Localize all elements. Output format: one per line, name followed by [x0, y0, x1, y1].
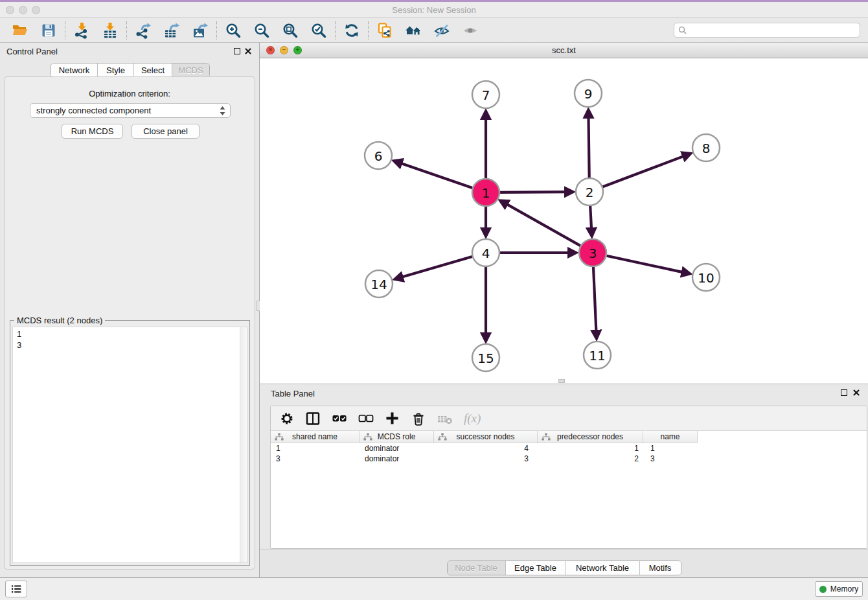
zoom-in-button[interactable] [223, 20, 243, 41]
eye-icon [462, 22, 479, 39]
export-image-button[interactable] [190, 20, 210, 41]
edge-3-to-10[interactable] [607, 256, 687, 273]
edge-1-to-2[interactable] [500, 192, 570, 192]
column-label: shared name [292, 432, 337, 441]
column-header-successor-nodes[interactable]: successor nodes [434, 431, 538, 443]
delete-table-icon [437, 411, 453, 426]
cell-mcds-role: dominator [360, 443, 434, 454]
search-input[interactable] [689, 26, 856, 35]
float-panel-icon[interactable] [234, 48, 240, 54]
run-mcds-button[interactable]: Run MCDS [62, 124, 123, 139]
result-line: 1 [13, 327, 247, 340]
delete-column-button[interactable] [411, 409, 426, 428]
zoom-out-button[interactable] [252, 20, 271, 41]
import-table-button[interactable] [100, 20, 120, 41]
network-view: 7968124314101511 [260, 58, 868, 384]
table-panel: Table Panel [260, 384, 868, 577]
tab-style[interactable]: Style [98, 63, 134, 77]
export-network-button[interactable] [133, 20, 153, 41]
edge-3-to-11[interactable] [593, 267, 597, 336]
tab-select[interactable]: Select [134, 63, 172, 77]
criterion-select[interactable]: strongly connected component [30, 103, 231, 118]
control-panel: Control Panel Network Style Select MCDS … [0, 43, 259, 577]
import-network-icon [73, 22, 90, 39]
tab-network[interactable]: Network [51, 63, 98, 77]
show-columns-button[interactable] [305, 409, 321, 428]
edge-3-to-1[interactable] [503, 202, 580, 246]
node-table-container: f(x) shared name MCDS role successor nod… [270, 406, 867, 549]
network-table-divider-handle[interactable] [558, 379, 565, 383]
table-row[interactable]: 3 dominator 3 2 3 [271, 454, 867, 464]
columns-icon [305, 411, 321, 426]
new-network-from-selection-button[interactable] [375, 20, 394, 41]
network-canvas[interactable]: 7968124314101511 [260, 58, 868, 384]
node-label-2: 2 [586, 185, 594, 200]
node-label-7: 7 [482, 87, 490, 103]
cell-name: 1 [643, 443, 698, 454]
edge-4-to-14[interactable] [398, 257, 472, 279]
save-session-button[interactable] [39, 20, 58, 41]
close-panel-icon[interactable] [244, 47, 252, 55]
table-row[interactable]: 1 dominator 4 1 1 [271, 443, 867, 454]
mcds-result-list[interactable]: 1 3 [12, 327, 247, 563]
select-stepper-icon [220, 106, 225, 116]
show-all-button[interactable] [461, 20, 480, 41]
select-all-button[interactable] [332, 409, 347, 428]
close-table-panel-icon[interactable] [852, 389, 860, 397]
open-session-button[interactable] [10, 20, 30, 41]
edge-1-to-6[interactable] [396, 162, 472, 188]
apply-function-button[interactable]: f(x) [464, 409, 481, 428]
column-header-shared-name[interactable]: shared name [271, 431, 360, 443]
select-all-checkboxes-icon [332, 411, 347, 426]
node-label-15: 15 [477, 351, 494, 366]
edge-2-to-3[interactable] [590, 206, 591, 233]
hide-selected-button[interactable] [432, 20, 451, 41]
close-panel-button[interactable]: Close panel [131, 124, 200, 139]
add-column-button[interactable] [385, 409, 400, 428]
control-panel-tabs: Network Style Select MCDS [51, 63, 210, 78]
zoom-selected-button[interactable] [309, 20, 328, 41]
node-label-1: 1 [482, 185, 490, 201]
export-table-button[interactable] [162, 20, 181, 41]
table-settings-button[interactable] [280, 409, 294, 428]
memory-status-button[interactable]: Memory [815, 581, 863, 597]
tab-edge-table[interactable]: Edge Table [506, 561, 566, 575]
result-scrollbar[interactable] [240, 327, 247, 562]
deselect-all-button[interactable] [358, 409, 374, 428]
table-tabs-strip: Node Table Edge Table Network Table Moti… [260, 549, 868, 577]
column-header-name[interactable]: name [643, 431, 698, 443]
tab-motifs[interactable]: Motifs [640, 561, 681, 575]
zoom-fit-icon [282, 22, 299, 39]
table-tabs: Node Table Edge Table Network Table Moti… [447, 560, 681, 575]
column-header-predecessor-nodes[interactable]: predecessor nodes [538, 431, 643, 443]
delete-table-button[interactable] [437, 409, 453, 428]
node-label-8: 8 [702, 141, 711, 156]
zoom-fit-button[interactable] [280, 20, 300, 41]
column-header-mcds-role[interactable]: MCDS role [360, 431, 434, 443]
result-line: 3 [13, 340, 247, 351]
float-table-panel-icon[interactable] [841, 389, 847, 396]
column-type-icon [438, 433, 447, 441]
column-label: MCDS role [378, 432, 416, 441]
column-type-icon [542, 433, 551, 441]
edge-2-to-9[interactable] [588, 113, 589, 178]
first-neighbors-button[interactable] [404, 20, 423, 41]
tab-mcds[interactable]: MCDS [172, 63, 209, 77]
main-toolbar [0, 18, 868, 43]
tab-node-table[interactable]: Node Table [448, 561, 506, 575]
table-panel-title: Table Panel [271, 389, 315, 398]
gear-icon [280, 411, 294, 426]
node-label-14: 14 [371, 277, 387, 292]
table-body: 1 dominator 4 1 1 3 dominator 3 2 3 [271, 443, 867, 548]
control-panel-title: Control Panel [6, 47, 58, 56]
column-label: successor nodes [456, 432, 514, 441]
apply-layout-button[interactable] [342, 20, 361, 41]
cell-predecessor-nodes: 2 [538, 454, 643, 464]
zoom-out-icon [253, 22, 270, 39]
cell-name: 3 [643, 454, 698, 464]
memory-ok-indicator [819, 586, 827, 593]
tab-network-table[interactable]: Network Table [566, 561, 640, 575]
task-history-button[interactable] [5, 581, 27, 597]
edge-2-to-8[interactable] [603, 155, 688, 187]
import-network-button[interactable] [72, 20, 91, 41]
